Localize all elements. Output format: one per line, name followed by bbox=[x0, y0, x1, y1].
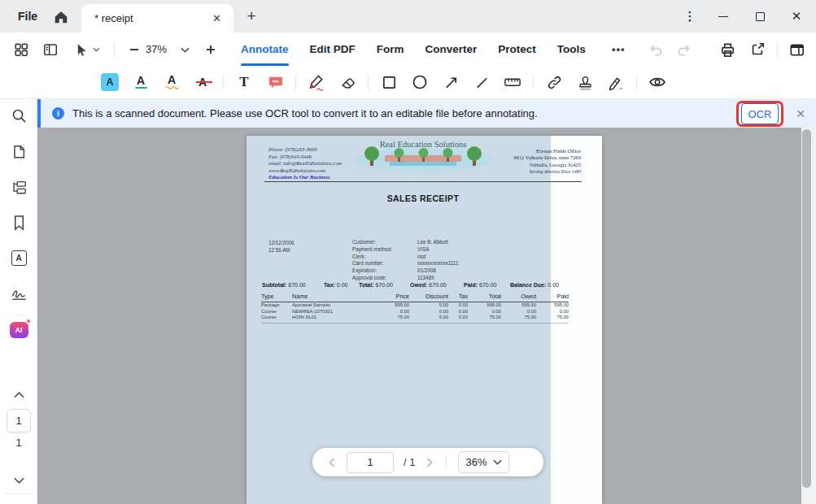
link-tool[interactable] bbox=[539, 66, 569, 99]
tab-close-icon[interactable]: ✕ bbox=[208, 11, 225, 26]
circle-icon bbox=[412, 74, 428, 90]
thumbnails-panel-button[interactable] bbox=[7, 140, 30, 163]
tab-tools[interactable]: Tools bbox=[557, 33, 586, 66]
close-button[interactable]: ✕ bbox=[784, 0, 809, 33]
ocr-button[interactable]: OCR bbox=[741, 103, 779, 124]
highlight-tool[interactable]: A bbox=[94, 66, 125, 99]
tab-form[interactable]: Form bbox=[377, 33, 404, 66]
signature-tool[interactable] bbox=[600, 66, 631, 99]
more-tabs-button[interactable]: ••• bbox=[612, 33, 626, 66]
previous-page-button[interactable] bbox=[7, 384, 30, 406]
table-row: PackageAppraisal Sampler 595.000.00 0.00… bbox=[261, 302, 569, 309]
sidebar-page-input[interactable] bbox=[7, 409, 31, 432]
zoom-select-value: 36% bbox=[465, 456, 487, 468]
maximize-button[interactable] bbox=[748, 0, 772, 33]
share-export-button[interactable] bbox=[747, 39, 768, 60]
bookmarks-outline-panel-button[interactable] bbox=[7, 176, 30, 198]
document-tab[interactable]: * receipt ✕ bbox=[81, 4, 233, 33]
minimize-button[interactable] bbox=[711, 0, 735, 33]
annotate-toolbar: A A A A T bbox=[0, 66, 816, 99]
header-rule bbox=[264, 181, 582, 182]
chevron-down-icon bbox=[93, 47, 100, 52]
comment-tool[interactable] bbox=[260, 66, 290, 99]
zoom-level-value: 37% bbox=[146, 33, 167, 66]
minimize-icon bbox=[718, 16, 728, 17]
tab-protect[interactable]: Protect bbox=[498, 33, 536, 66]
file-menu[interactable]: File bbox=[13, 0, 42, 33]
previous-page-button[interactable] bbox=[327, 456, 337, 469]
chevron-down-icon bbox=[493, 459, 502, 465]
zoom-out-button[interactable] bbox=[124, 39, 145, 60]
select-tool-dropdown[interactable] bbox=[89, 39, 103, 60]
receipt-office-block: Elysian Fields Office 6611 Valkarie Driv… bbox=[514, 148, 582, 176]
vertical-scrollbar-thumb[interactable] bbox=[802, 129, 811, 488]
squiggly-underline-tool[interactable]: A bbox=[156, 66, 187, 99]
company-logo: Real Education Solutions bbox=[354, 138, 492, 172]
underline-tool[interactable]: A bbox=[125, 66, 156, 99]
select-tool-button[interactable] bbox=[70, 39, 91, 60]
next-page-button[interactable] bbox=[7, 469, 30, 492]
annotations-panel-button[interactable]: A bbox=[7, 246, 30, 269]
ellipse-tool[interactable] bbox=[404, 66, 435, 99]
line-tool[interactable] bbox=[466, 66, 497, 99]
chevron-up-icon bbox=[14, 392, 24, 398]
pencil-tool[interactable] bbox=[301, 66, 332, 99]
plus-icon bbox=[205, 44, 216, 55]
redo-button[interactable] bbox=[673, 39, 694, 60]
stamp-tool[interactable] bbox=[569, 66, 600, 99]
next-page-button[interactable] bbox=[425, 456, 434, 469]
visibility-tool[interactable] bbox=[642, 66, 673, 99]
tab-edit-pdf-label: Edit PDF bbox=[310, 43, 356, 55]
info-icon: i bbox=[52, 107, 64, 119]
signatures-panel-button[interactable] bbox=[7, 282, 30, 305]
banner-message: This is a scanned document. Please use O… bbox=[72, 107, 538, 119]
print-button[interactable] bbox=[717, 39, 738, 60]
search-icon bbox=[11, 107, 28, 124]
text-icon: T bbox=[239, 74, 248, 90]
receipt-details: Customer:Lee B. Abbott Payment method:VI… bbox=[352, 239, 458, 282]
search-panel-button[interactable] bbox=[7, 104, 30, 127]
document-canvas[interactable]: Phone: (978)263-3600 Fax: (978)945-0446 … bbox=[37, 128, 816, 504]
zoom-dropdown[interactable] bbox=[177, 39, 192, 60]
table-bottom-rule bbox=[261, 323, 569, 324]
tab-annotate[interactable]: Annotate bbox=[241, 33, 289, 66]
divider bbox=[114, 41, 115, 57]
tab-converter[interactable]: Converter bbox=[425, 33, 478, 66]
tab-edit-pdf[interactable]: Edit PDF bbox=[310, 33, 356, 66]
home-button[interactable] bbox=[50, 7, 72, 28]
rectangle-tool[interactable] bbox=[373, 66, 404, 99]
divider bbox=[5, 493, 33, 494]
zoom-in-button[interactable] bbox=[200, 39, 221, 60]
page-number-input[interactable] bbox=[347, 452, 394, 473]
banner-close-icon[interactable]: ✕ bbox=[796, 99, 805, 128]
link-icon bbox=[546, 74, 563, 91]
ai-assistant-button[interactable]: AI✦ bbox=[7, 319, 30, 341]
receipt-line-items: Type Name Price Discount Tax Total Owed … bbox=[261, 293, 569, 324]
page-total: 1 bbox=[409, 456, 415, 468]
panel-toggle-button[interactable] bbox=[40, 39, 61, 60]
rectangle-icon bbox=[382, 75, 397, 90]
grid-view-button[interactable] bbox=[11, 39, 32, 60]
highlight-icon: A bbox=[101, 73, 119, 91]
typewriter-text-tool[interactable]: T bbox=[229, 66, 260, 99]
ai-icon: AI✦ bbox=[10, 322, 28, 338]
sidebar-page-total: 1 bbox=[0, 437, 37, 449]
arrow-tool[interactable] bbox=[435, 66, 466, 99]
ruler-icon bbox=[504, 75, 521, 89]
receipt-contact-block: Phone: (978)263-3600 Fax: (978)945-0446 … bbox=[268, 146, 342, 181]
printer-icon bbox=[719, 41, 736, 59]
strikethrough-tool[interactable]: A bbox=[187, 66, 218, 99]
stamp-icon bbox=[577, 74, 594, 91]
eraser-tool[interactable] bbox=[332, 66, 363, 99]
vertical-scrollbar-track[interactable] bbox=[801, 128, 816, 504]
new-tab-button[interactable]: + bbox=[242, 7, 261, 26]
chevron-down-icon bbox=[14, 477, 24, 484]
undo-button[interactable] bbox=[645, 39, 666, 60]
window-menu-button[interactable]: ⋮ bbox=[678, 0, 702, 33]
cursor-icon bbox=[72, 41, 89, 58]
zoom-select[interactable]: 36% bbox=[458, 451, 508, 473]
open-external-icon bbox=[749, 41, 766, 58]
layout-toggle-button[interactable] bbox=[786, 39, 807, 60]
bookmark-panel-button[interactable] bbox=[7, 211, 30, 233]
measure-tool[interactable] bbox=[497, 66, 528, 99]
